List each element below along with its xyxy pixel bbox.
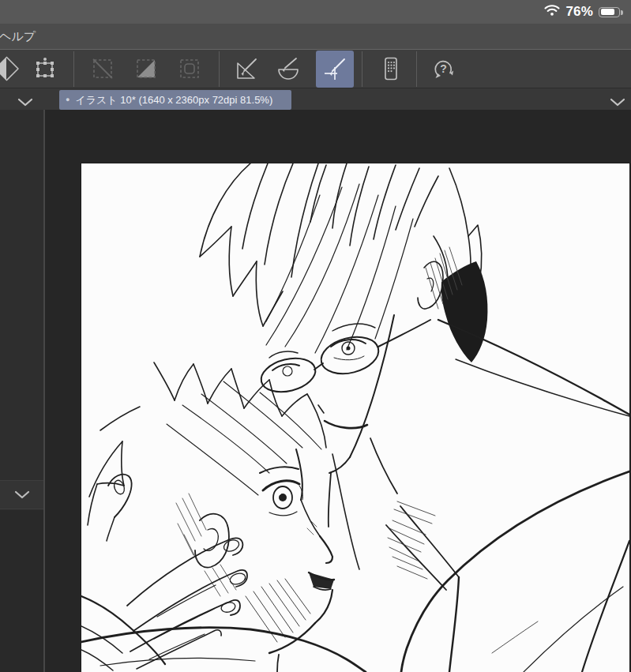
canvas-viewport[interactable]	[45, 110, 631, 672]
document-tab-bar: ● イラスト 10* (1640 x 2360px 72dpi 81.5%)	[0, 88, 631, 110]
battery-icon	[599, 7, 620, 17]
deselect-icon[interactable]	[88, 54, 117, 83]
chevron-down-icon[interactable]	[17, 96, 33, 110]
toolbar: ?	[0, 49, 631, 88]
panel-expander[interactable]	[0, 480, 43, 509]
status-bar: 76%	[0, 0, 631, 24]
invert-selection-icon[interactable]	[132, 54, 160, 83]
battery-percent-label: 76%	[565, 4, 593, 20]
workspace	[0, 110, 631, 672]
document-title: イラスト 10* (1640 x 2360px 72dpi 81.5%)	[75, 93, 272, 107]
snap-to-curve-ruler-icon[interactable]	[274, 54, 302, 83]
wifi-icon	[544, 4, 560, 20]
transform-tool-icon[interactable]	[31, 54, 59, 83]
menu-bar: ヘルプ	[0, 24, 631, 49]
snap-to-special-ruler-icon	[321, 55, 349, 84]
chevron-down-icon	[14, 488, 30, 502]
selection-border-icon[interactable]	[175, 54, 204, 83]
svg-text:?: ?	[440, 62, 447, 75]
collapsed-panel-area	[0, 110, 43, 480]
companion-mode-icon[interactable]	[377, 54, 405, 83]
left-panel-sidebar	[0, 110, 45, 672]
document-canvas[interactable]	[81, 163, 629, 672]
snap-to-ruler-icon[interactable]	[232, 54, 261, 83]
quick-help-icon[interactable]: ?	[430, 54, 458, 83]
chevron-down-icon[interactable]	[610, 96, 625, 110]
menu-item-help[interactable]: ヘルプ	[0, 28, 40, 46]
blend-tool-icon[interactable]	[0, 54, 21, 83]
collapsed-panel-area	[0, 510, 43, 672]
modified-indicator: ●	[66, 96, 69, 103]
illustration-line-art	[81, 163, 629, 672]
active-document-tab[interactable]: ● イラスト 10* (1640 x 2360px 72dpi 81.5%)	[59, 90, 291, 110]
snap-to-special-ruler-button[interactable]	[316, 51, 354, 88]
